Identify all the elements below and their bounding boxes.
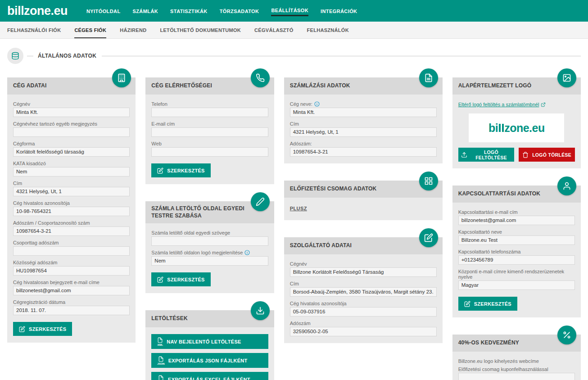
logo-bar-icon [18, 6, 20, 15]
file-type-label: JSON [157, 362, 164, 365]
image-icon [557, 68, 576, 87]
logo-bar-icon [499, 124, 501, 132]
info-icon[interactable] [314, 101, 320, 107]
field-kozossegi-adoszam: Közösségi adószám HU10987654 [13, 260, 130, 276]
field-value: 05-09-037916 [290, 307, 437, 317]
tab-letoltheto-dokumentumok[interactable]: LETÖLTHETŐ DOKUMENTUMOK [160, 22, 241, 38]
nav-nyitooldal[interactable]: NYITÓOLDAL [86, 6, 121, 16]
field-value: Minta Kft. [13, 108, 130, 117]
logo-text-right: zone.eu [24, 4, 68, 18]
field-label: Adószám [290, 321, 437, 326]
field-value: 32590500-2-05 [290, 327, 437, 336]
field-value: Korlátolt felelősségű társaság [13, 147, 130, 157]
nav-szamlak[interactable]: SZÁMLÁK [133, 6, 158, 16]
info-icon[interactable] [244, 250, 250, 255]
billzone-logo[interactable]: bi zone.eu [7, 4, 68, 18]
field-value [13, 246, 130, 256]
upload-logo-button[interactable]: LOGÓ FELTÖLTÉSE [458, 148, 515, 162]
field-label: Központi e-mail címre kimenő rendszerüze… [458, 269, 575, 280]
field-label: Cégnév [290, 261, 437, 267]
xlsx-file-icon: XLSX [157, 375, 164, 380]
card-company-reachability: CÉG ELÉRHETŐSÉGEI Telefon E-mail cím Web… [145, 77, 274, 184]
field-label: E-mail cím [151, 121, 268, 127]
field-logo-megjelenites: Számla letöltő oldalon logó megjelenítés… [151, 250, 268, 266]
field-value: billzonetest@gmail.com [458, 216, 575, 225]
field-ceg-neve: Cég neve: Minta Kft. [290, 101, 437, 117]
download-icon [251, 301, 270, 320]
nav-integraciok[interactable]: INTEGRÁCIÓK [321, 6, 357, 16]
field-kuponfelhasznalas: Előfizetési csomag kuponfelhasználással [458, 366, 575, 380]
divider [102, 56, 581, 56]
edit-invoice-page-button[interactable]: SZERKESZTÉS [151, 272, 210, 286]
external-link-icon [541, 102, 546, 107]
database-icon [7, 48, 23, 64]
pencil-icon [251, 192, 270, 211]
field-label: Billzone.eu logo kihelyezés webcíme [458, 358, 575, 364]
export-excel-button[interactable]: XLSX EXPORTÁLÁS EXCEL FÁJLKÉNT [151, 372, 268, 380]
field-value: 4321 Helység, Ut, 1 [290, 127, 437, 137]
field-value: Minta Kft. [290, 108, 437, 117]
different-logo-upload-link[interactable]: Eltérő logó feltöltés a számlatömbnél [458, 102, 546, 107]
tab-hazirend[interactable]: HÁZIREND [120, 22, 146, 38]
field-kapcsolattarto-neve: Kapcsolattartó neve Billzone.eu Test [458, 229, 575, 245]
invoice-icon [419, 68, 438, 87]
logo-bar-icon [22, 6, 23, 15]
download-button-label: NAV BEJELENTŐ LETÖLTÉSE [167, 339, 241, 344]
field-value: 4321 Helység, Ut, 1 [13, 187, 130, 196]
tab-felhasznalok[interactable]: FELHASZNÁLÓK [307, 22, 349, 38]
export-json-button[interactable]: JSON EXPORTÁLÁS JSON FÁJLKÉNT [151, 353, 268, 368]
tab-felhasznaloi-fiok[interactable]: FELHASZNÁLÓI FIÓK [7, 22, 61, 38]
field-label: Cégregisztráció dátuma [13, 299, 130, 305]
tab-cegvalaszto[interactable]: CÉGVÁLASZTÓ [254, 22, 293, 38]
field-label: Csoporttag adószám [13, 240, 130, 245]
edit-reachability-button[interactable]: SZERKESZTÉS [151, 163, 210, 177]
plusz-package-link[interactable]: PLUSZ [290, 206, 307, 211]
field-value: Borsod-Abaúj-Zemplén, 3580 Tiszaújváros,… [290, 287, 437, 297]
card-downloads: LETÖLTÉSEK XML NAV BEJELENTŐ LETÖLTÉSE J… [145, 310, 274, 380]
trash-icon [522, 152, 529, 158]
field-value [458, 373, 575, 380]
column-1: CÉG ADATAI Cégnév Minta Kft. Cégnévhez t… [7, 77, 136, 343]
field-value [151, 127, 268, 137]
field-cegnev: Cégnév Billzone Korlátolt Felelősségű Tá… [290, 261, 437, 277]
field-kapcsolattartasi-email: Kapcsolattartási e-mail cím billzonetest… [458, 209, 575, 225]
card-discount: 40%-OS KEDVEZMÉNY Billzone.eu logo kihel… [452, 335, 581, 380]
nav-beallitasok[interactable]: BEÁLLÍTÁSOK [271, 5, 308, 16]
cards-grid: CÉG ADATAI Cégnév Minta Kft. Cégnévhez t… [0, 64, 588, 380]
upload-icon [461, 152, 467, 158]
main-nav: NYITÓOLDAL SZÁMLÁK STATISZTIKÁK TÖRZSADA… [86, 5, 357, 16]
edit-icon [157, 167, 163, 174]
field-value: 10-98-7654321 [13, 207, 130, 216]
column-2: CÉG ELÉRHETŐSÉGEI Telefon E-mail cím Web… [145, 77, 274, 380]
edit-button-label: SZERKESZTÉS [167, 277, 204, 282]
field-cegregisztracio-datuma: Cégregisztráció dátuma 2018. 11. 07. [13, 299, 130, 315]
edit-button-label: SZERKESZTÉS [167, 168, 204, 173]
field-egyeb-megjegyzes: Cégnévhez tartozó egyéb megjegyzés [13, 121, 130, 137]
field-bejegyzett-email: Cég hivatalosan bejegyzett e-mail címe b… [13, 280, 130, 295]
field-value: Magyar [458, 280, 575, 290]
field-cegforma: Cégforma Korlátolt felelősségű társaság [13, 141, 130, 157]
field-adoszam: Adószám 32590500-2-05 [290, 321, 437, 336]
logo-preview-box: bi zone.eu [469, 113, 564, 142]
field-cim: Cím 4321 Helység, Ut, 1 [13, 181, 130, 196]
nav-statisztikak[interactable]: STATISZTIKÁK [170, 6, 208, 16]
billzone-logo-preview: bi zone.eu [488, 122, 545, 135]
field-label: Közösségi adószám [13, 260, 130, 265]
tab-ceges-fiok[interactable]: CÉGES FIÓK [74, 22, 106, 38]
edit-square-icon [419, 228, 438, 247]
field-label: Cég hivatalos azonosítója [13, 200, 130, 206]
edit-contact-person-button[interactable]: SZERKESZTÉS [458, 297, 517, 311]
field-web: Web [151, 141, 268, 157]
card-title: SZÁMLÁZÁSI ADATOK [284, 77, 443, 95]
field-csoporttag-adoszam: Csoporttag adószám [13, 240, 130, 256]
delete-logo-label: LOGÓ TÖRLÉSE [532, 152, 571, 158]
card-contact-person: KAPCSOLATTARTÁSI ADATOK Kapcsolattartási… [452, 185, 581, 317]
nav-torzsadatok[interactable]: TÖRZSADATOK [220, 6, 259, 16]
delete-logo-button[interactable]: LOGÓ TÖRLÉSE [519, 148, 575, 162]
edit-company-button[interactable]: SZERKESZTÉS [13, 322, 72, 336]
card-provider-data: SZOLGÁLTATÓ ADATAI Cégnév Billzone Korlá… [284, 237, 443, 343]
card-company-data: CÉG ADATAI Cégnév Minta Kft. Cégnévhez t… [7, 77, 136, 343]
download-nav-report-button[interactable]: XML NAV BEJELENTŐ LETÖLTÉSE [151, 334, 268, 349]
field-label-text: Számla letöltő oldalon logó megjelenítés… [151, 250, 243, 255]
edit-button-label: SZERKESZTÉS [474, 301, 511, 307]
